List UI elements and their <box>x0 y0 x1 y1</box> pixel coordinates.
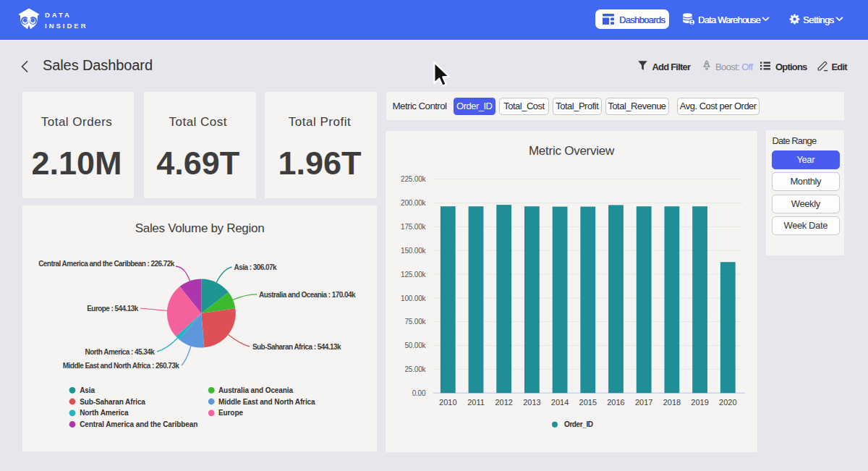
svg-text:200.00k: 200.00k <box>401 199 426 207</box>
svg-text:100.00k: 100.00k <box>401 294 426 302</box>
svg-text:175.00k: 175.00k <box>401 223 426 231</box>
svg-text:75.00k: 75.00k <box>404 318 426 326</box>
svg-text:Sub-Saharan Africa: Sub-Saharan Africa <box>80 398 145 406</box>
svg-text:Central America and the Caribb: Central America and the Caribbean <box>80 420 197 428</box>
svg-text:Australia and Oceania : 170.04: Australia and Oceania : 170.04k <box>259 291 356 299</box>
svg-text:Sub-Saharan Africa : 544.13k: Sub-Saharan Africa : 544.13k <box>252 343 341 351</box>
svg-text:Australia and Oceania: Australia and Oceania <box>218 386 293 394</box>
svg-text:2015: 2015 <box>579 398 597 407</box>
svg-text:2020: 2020 <box>719 398 736 407</box>
svg-text:0.00: 0.00 <box>412 389 426 397</box>
svg-text:Central America and the Caribb: Central America and the Caribbean : 226.… <box>38 260 175 268</box>
svg-text:Metric Overview: Metric Overview <box>529 144 615 158</box>
svg-text:North America : 45.34k: North America : 45.34k <box>85 348 155 356</box>
svg-text:Europe: Europe <box>218 409 243 417</box>
svg-text:2010: 2010 <box>439 398 456 407</box>
svg-text:2013: 2013 <box>523 398 540 407</box>
svg-text:50.00k: 50.00k <box>404 341 426 349</box>
svg-text:2019: 2019 <box>691 398 708 407</box>
svg-text:2012: 2012 <box>495 398 512 407</box>
svg-text:2016: 2016 <box>607 398 624 407</box>
svg-text:Europe : 544.13k: Europe : 544.13k <box>87 305 139 313</box>
svg-text:Middle East and North Africa :: Middle East and North Africa : 260.73k <box>63 362 179 370</box>
svg-text:150.00k: 150.00k <box>401 247 426 255</box>
svg-text:Sales Volume by Region: Sales Volume by Region <box>135 221 265 235</box>
svg-text:Asia: Asia <box>80 386 95 394</box>
svg-text:2018: 2018 <box>663 398 681 407</box>
svg-text:2017: 2017 <box>635 398 652 407</box>
svg-text:125.00k: 125.00k <box>401 271 426 279</box>
svg-text:Order_ID: Order_ID <box>564 420 593 428</box>
svg-text:25.00k: 25.00k <box>404 365 426 373</box>
svg-text:North America: North America <box>80 409 129 417</box>
svg-text:225.00k: 225.00k <box>401 175 426 183</box>
svg-text:2011: 2011 <box>467 398 485 407</box>
svg-text:Asia : 306.07k: Asia : 306.07k <box>234 263 277 271</box>
svg-text:2014: 2014 <box>551 398 569 407</box>
svg-text:Middle East and North Africa: Middle East and North Africa <box>218 398 315 406</box>
